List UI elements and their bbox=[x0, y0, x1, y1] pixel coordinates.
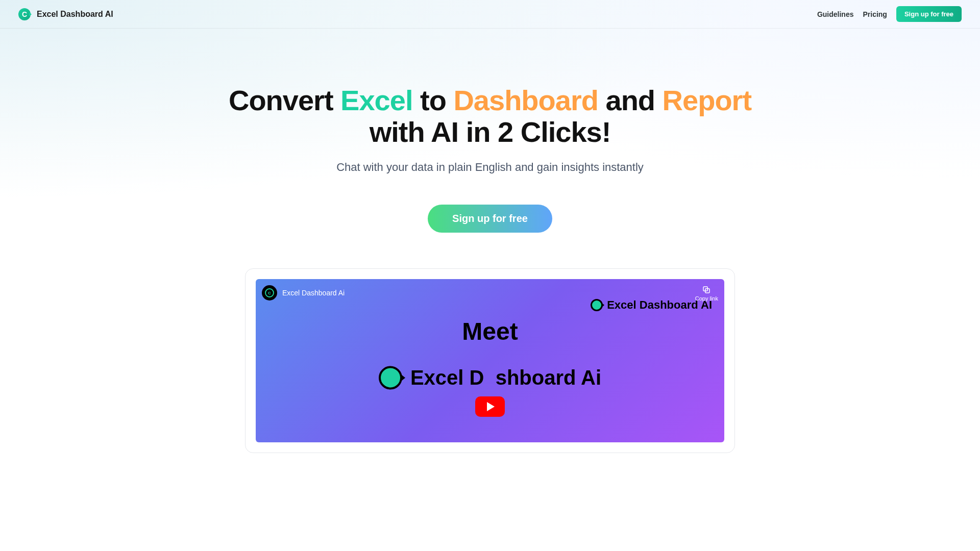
copy-link-label: Copy link bbox=[695, 295, 718, 302]
video-product-text: Excel Dashboard Ai bbox=[410, 366, 601, 389]
play-icon bbox=[487, 402, 495, 411]
title-convert: Convert bbox=[229, 84, 340, 116]
hero-signup-button[interactable]: Sign up for free bbox=[428, 205, 552, 233]
title-excel: Excel bbox=[340, 84, 412, 116]
video-title-group[interactable]: C Excel Dashboard Ai bbox=[262, 285, 345, 300]
video-content: Meet Excel Dashboard Ai bbox=[256, 318, 724, 390]
copy-icon bbox=[702, 285, 711, 294]
video-frame[interactable]: C Excel Dashboard Ai Copy link Excel Das… bbox=[256, 279, 724, 442]
nav: Guidelines Pricing Sign up for free bbox=[817, 6, 962, 22]
copy-link-button[interactable]: Copy link bbox=[695, 285, 718, 302]
product-text-p2: shboard Ai bbox=[496, 366, 601, 389]
header: C Excel Dashboard AI Guidelines Pricing … bbox=[0, 0, 980, 29]
product-text-p1: Excel D bbox=[410, 366, 484, 389]
hero-title: Convert Excel to Dashboard and Report wi… bbox=[0, 85, 980, 147]
nav-pricing[interactable]: Pricing bbox=[863, 10, 887, 18]
logo-icon: C bbox=[18, 8, 31, 20]
title-dashboard: Dashboard bbox=[453, 84, 598, 116]
video-product-line: Excel Dashboard Ai bbox=[256, 366, 724, 390]
video-card: C Excel Dashboard Ai Copy link Excel Das… bbox=[245, 268, 735, 453]
title-and: and bbox=[598, 84, 663, 116]
video-product-icon bbox=[379, 366, 402, 390]
video-meet-text: Meet bbox=[256, 318, 724, 346]
video-top-bar: C Excel Dashboard Ai Copy link bbox=[262, 285, 718, 302]
title-report: Report bbox=[663, 84, 751, 116]
play-button[interactable] bbox=[475, 396, 505, 417]
video-title: Excel Dashboard Ai bbox=[282, 289, 345, 297]
title-to: to bbox=[412, 84, 453, 116]
nav-signup-button[interactable]: Sign up for free bbox=[896, 6, 962, 22]
video-channel-icon: C bbox=[265, 288, 274, 297]
title-line2: with AI in 2 Clicks! bbox=[370, 116, 611, 148]
hero: Convert Excel to Dashboard and Report wi… bbox=[0, 29, 980, 233]
nav-guidelines[interactable]: Guidelines bbox=[817, 10, 854, 18]
hero-subtitle: Chat with your data in plain English and… bbox=[0, 161, 980, 174]
video-channel-avatar: C bbox=[262, 285, 277, 300]
brand[interactable]: C Excel Dashboard AI bbox=[18, 8, 113, 20]
brand-name: Excel Dashboard AI bbox=[37, 10, 113, 19]
